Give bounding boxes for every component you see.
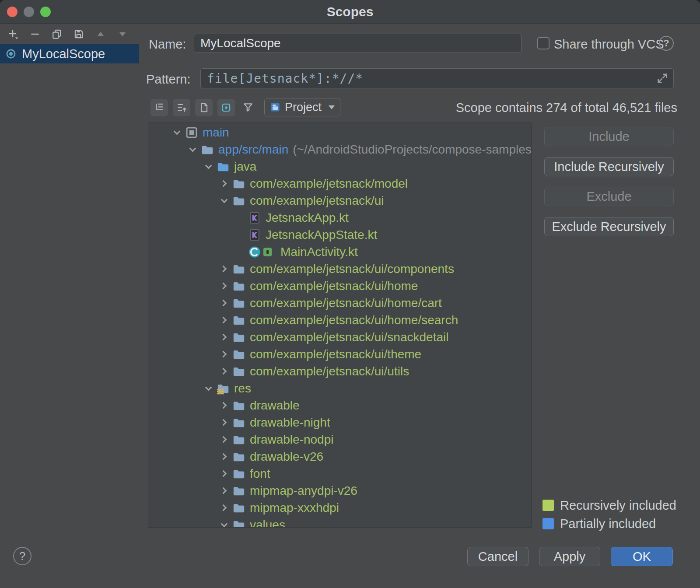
save-scope-icon[interactable] [73, 28, 85, 40]
tree-item-label: JetsnackApp.kt [266, 211, 349, 225]
ok-button[interactable]: OK [611, 547, 673, 566]
chevron-right-icon[interactable] [217, 297, 231, 310]
include-button[interactable]: Include [544, 127, 674, 146]
tree-row[interactable]: com/example/jetsnack/ui/snackdetail [148, 329, 531, 346]
tree-row[interactable]: java [148, 158, 531, 175]
filter-icon[interactable] [242, 102, 255, 114]
legend-item: Recursively included [542, 496, 687, 514]
vcs-help-icon[interactable]: ? [659, 36, 674, 51]
pattern-label: Pattern: [146, 72, 191, 87]
pattern-input[interactable] [200, 68, 674, 88]
chevron-right-icon[interactable] [217, 416, 231, 429]
tree-item-label: mipmap-xxxhdpi [250, 501, 339, 515]
tree-row[interactable]: com/example/jetsnack/ui/theme [148, 346, 531, 363]
tree-row[interactable]: res [148, 380, 531, 397]
scopes-dialog: Scopes MyLocalScope [0, 0, 700, 588]
zoom-button[interactable] [40, 7, 51, 17]
help-button[interactable]: ? [13, 547, 32, 565]
tree-row[interactable]: drawable-nodpi [148, 431, 531, 448]
flatten-packages-button[interactable] [150, 99, 168, 116]
help-glyph: ? [19, 550, 25, 563]
move-down-icon[interactable] [116, 28, 129, 40]
exclude-recursively-button[interactable]: Exclude Recursively [544, 217, 674, 236]
tree-row[interactable]: drawable-night [148, 414, 531, 431]
folder-icon [232, 484, 245, 497]
tree-row[interactable]: com/example/jetsnack/ui/home [148, 277, 531, 294]
tree-row[interactable]: com/example/jetsnack/model [148, 175, 531, 192]
move-up-icon[interactable] [94, 28, 107, 40]
chevron-right-icon[interactable] [217, 399, 231, 412]
include-recursively-label: Include Recursively [554, 160, 664, 174]
minimize-button[interactable] [24, 7, 34, 17]
copy-scope-icon[interactable] [51, 28, 63, 40]
tree-row[interactable]: JetsnackApp.kt [148, 209, 531, 226]
tree-row[interactable]: com/example/jetsnack/ui [148, 192, 531, 209]
legend-item: Partially included [542, 514, 687, 533]
chevron-right-icon[interactable] [217, 348, 231, 361]
file-tree: mainapp/src/main(~/AndroidStudioProjects… [148, 122, 532, 528]
chevron-right-icon[interactable] [217, 177, 231, 190]
view-selector-dropdown[interactable]: Project [264, 98, 340, 116]
folder-icon [232, 314, 245, 327]
sidebar-toolbar [0, 24, 139, 44]
tree-row[interactable]: com/example/jetsnack/ui/utils [148, 363, 531, 380]
apply-button[interactable]: Apply [539, 547, 600, 566]
folder-icon [232, 365, 245, 378]
chevron-down-icon[interactable] [202, 382, 215, 395]
chevron-down-icon[interactable] [217, 518, 231, 528]
tree-item-label: com/example/jetsnack/ui/utils [250, 364, 409, 378]
exclude-button[interactable]: Exclude [544, 187, 674, 206]
tree-row[interactable]: app/src/main(~/AndroidStudioProjects/com… [148, 141, 531, 158]
chevron-down-icon[interactable] [170, 126, 183, 139]
tree-row[interactable]: values [148, 516, 531, 528]
legend-swatch [542, 500, 554, 511]
chevron-down-icon[interactable] [202, 160, 215, 173]
name-input[interactable] [194, 34, 522, 53]
tree-row[interactable]: main [148, 124, 531, 141]
chevron-right-icon[interactable] [217, 262, 231, 276]
chevron-right-icon[interactable] [217, 314, 231, 327]
tree-row[interactable]: drawable [148, 397, 531, 414]
chevron-right-icon[interactable] [217, 331, 231, 344]
tree-row[interactable]: mipmap-anydpi-v26 [148, 482, 531, 499]
tree-row[interactable]: JetsnackAppState.kt [148, 226, 531, 243]
expand-pattern-icon[interactable] [656, 72, 668, 84]
tree-item-label: com/example/jetsnack/ui/home/search [250, 313, 458, 327]
show-scope-frame-button[interactable] [217, 99, 235, 116]
folder-icon [232, 331, 245, 344]
chevron-down-icon[interactable] [186, 143, 199, 156]
add-scope-icon[interactable] [7, 28, 19, 40]
chevron-right-icon[interactable] [217, 280, 231, 293]
folder-icon [232, 262, 245, 276]
tree-row[interactable]: mipmap-xxxhdpi [148, 499, 531, 516]
compact-packages-button[interactable] [173, 99, 190, 116]
chevron-spacer [233, 228, 246, 242]
tree-row[interactable]: com/example/jetsnack/ui/home/search [148, 312, 531, 329]
chevron-right-icon[interactable] [217, 467, 231, 480]
cancel-button[interactable]: Cancel [467, 547, 528, 566]
tree-row[interactable]: MainActivity.kt [148, 243, 531, 260]
chevron-right-icon[interactable] [217, 450, 231, 463]
include-recursively-button[interactable]: Include Recursively [544, 157, 674, 176]
folder-icon [232, 416, 245, 429]
chevron-spacer [233, 211, 246, 224]
tree-item-label: com/example/jetsnack/ui/home/cart [250, 296, 442, 310]
tree-row[interactable]: com/example/jetsnack/ui/home/cart [148, 294, 531, 312]
tree-row[interactable]: font [148, 465, 531, 482]
folder-icon [232, 450, 245, 463]
folder-icon [232, 297, 245, 310]
tree-row[interactable]: com/example/jetsnack/ui/components [148, 260, 531, 277]
remove-scope-icon[interactable] [29, 28, 41, 40]
close-button[interactable] [7, 7, 18, 17]
tree-item-label: com/example/jetsnack/ui/snackdetail [250, 330, 448, 344]
sidebar-item-mylocalscope[interactable]: MyLocalScope [0, 44, 139, 63]
chevron-right-icon[interactable] [217, 433, 231, 446]
tree-item-label: drawable-nodpi [250, 433, 333, 447]
chevron-right-icon[interactable] [217, 484, 231, 497]
chevron-down-icon[interactable] [217, 194, 231, 207]
chevron-right-icon[interactable] [217, 501, 231, 514]
share-vcs-checkbox[interactable] [537, 37, 550, 49]
show-files-button[interactable] [195, 99, 213, 116]
chevron-right-icon[interactable] [217, 365, 231, 378]
tree-row[interactable]: drawable-v26 [148, 448, 531, 465]
